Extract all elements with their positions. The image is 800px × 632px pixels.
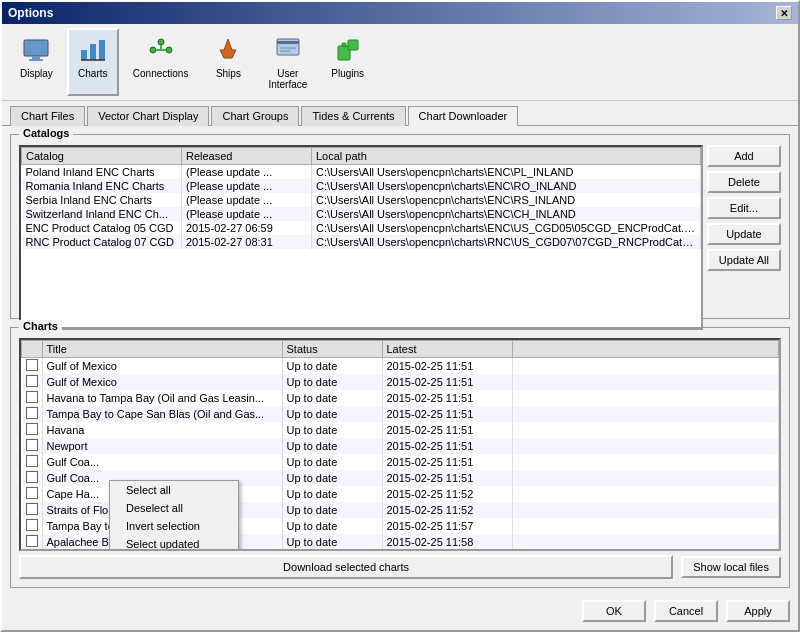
chart-status: Up to date	[282, 390, 382, 406]
charts-table-container[interactable]: Title Status Latest Gulf of Mexico Up to…	[19, 338, 781, 551]
tab-chart-groups[interactable]: Chart Groups	[211, 106, 299, 126]
display-icon	[20, 34, 52, 66]
ok-button[interactable]: OK	[582, 600, 646, 622]
tab-tides-currents[interactable]: Tides & Currents	[301, 106, 405, 126]
update-button[interactable]: Update	[707, 223, 781, 245]
svg-rect-4	[90, 44, 96, 60]
toolbar-ships[interactable]: Ships	[202, 28, 254, 96]
catalog-name: RNC Product Catalog 07 CGD	[22, 235, 182, 249]
svg-point-7	[150, 47, 156, 53]
catalog-released: (Please update ...	[182, 179, 312, 193]
chart-row[interactable]: Tampa Bay to Cape San Blas (Oil and Gas.…	[22, 406, 779, 422]
user-interface-icon	[272, 34, 304, 66]
tab-chart-files[interactable]: Chart Files	[10, 106, 85, 126]
update-all-button[interactable]: Update All	[707, 249, 781, 271]
chart-row[interactable]: Havana to Tampa Bay (Oil and Gas Leasin.…	[22, 390, 779, 406]
chart-latest: 2015-02-25 11:51	[382, 422, 512, 438]
cancel-button[interactable]: Cancel	[654, 600, 718, 622]
catalogs-group-title: Catalogs	[19, 127, 73, 139]
chart-spacer	[512, 486, 779, 502]
chart-status: Up to date	[282, 454, 382, 470]
add-button[interactable]: Add	[707, 145, 781, 167]
chart-checkbox[interactable]	[26, 519, 38, 531]
context-select-all[interactable]: Select all	[110, 481, 238, 499]
show-local-button[interactable]: Show local files	[681, 556, 781, 578]
chart-status: Up to date	[282, 374, 382, 390]
toolbar-display[interactable]: Display	[10, 28, 63, 96]
tab-chart-downloader[interactable]: Chart Downloader	[408, 106, 519, 126]
catalogs-table-container[interactable]: Catalog Released Local path Poland Inlan…	[19, 145, 703, 330]
close-button[interactable]: ✕	[776, 6, 792, 20]
charts-label: Charts	[78, 68, 107, 79]
chart-title: Tampa Bay to Cape San Blas (Oil and Gas.…	[42, 406, 282, 422]
chart-checkbox-cell	[22, 390, 43, 406]
tabs-bar: Chart Files Vector Chart Display Chart G…	[2, 101, 798, 126]
catalog-row[interactable]: Poland Inland ENC Charts (Please update …	[22, 165, 701, 180]
toolbar-user-interface[interactable]: UserInterface	[258, 28, 317, 96]
tab-vector-chart-display[interactable]: Vector Chart Display	[87, 106, 209, 126]
catalog-row[interactable]: RNC Product Catalog 07 CGD 2015-02-27 08…	[22, 235, 701, 249]
toolbar: Display Charts	[2, 24, 798, 101]
catalog-row[interactable]: ENC Product Catalog 05 CGD 2015-02-27 06…	[22, 221, 701, 235]
chart-checkbox[interactable]	[26, 423, 38, 435]
catalog-row[interactable]: Switzerland Inland ENC Ch... (Please upd…	[22, 207, 701, 221]
chart-title: Gulf of Mexico	[42, 374, 282, 390]
toolbar-connections[interactable]: Connections	[123, 28, 199, 96]
catalog-row[interactable]: Serbia Inland ENC Charts (Please update …	[22, 193, 701, 207]
edit-button[interactable]: Edit...	[707, 197, 781, 219]
toolbar-plugins[interactable]: Plugins	[321, 28, 374, 96]
catalog-path: C:\Users\All Users\opencpn\charts\ENC\RO…	[312, 179, 701, 193]
chart-checkbox[interactable]	[26, 407, 38, 419]
chart-spacer	[512, 406, 779, 422]
context-invert-selection[interactable]: Invert selection	[110, 517, 238, 535]
catalog-name: ENC Product Catalog 05 CGD	[22, 221, 182, 235]
context-select-updated[interactable]: Select updated	[110, 535, 238, 551]
chart-checkbox[interactable]	[26, 471, 38, 483]
context-deselect-all[interactable]: Deselect all	[110, 499, 238, 517]
svg-rect-0	[24, 40, 48, 56]
chart-checkbox-cell	[22, 518, 43, 534]
ships-icon	[212, 34, 244, 66]
chart-checkbox[interactable]	[26, 439, 38, 451]
catalog-row[interactable]: Romania Inland ENC Charts (Please update…	[22, 179, 701, 193]
chart-checkbox[interactable]	[26, 487, 38, 499]
chart-latest: 2015-02-25 11:51	[382, 358, 512, 375]
chart-spacer	[512, 374, 779, 390]
chart-row[interactable]: Gulf of Mexico Up to date 2015-02-25 11:…	[22, 358, 779, 375]
svg-rect-19	[342, 43, 346, 46]
chart-checkbox[interactable]	[26, 535, 38, 547]
catalog-released: 2015-02-27 06:59	[182, 221, 312, 235]
apply-button[interactable]: Apply	[726, 600, 790, 622]
download-button[interactable]: Download selected charts	[19, 555, 673, 579]
chart-latest: 2015-02-25 11:51	[382, 374, 512, 390]
chart-title: Gulf of Mexico	[42, 358, 282, 375]
chart-checkbox[interactable]	[26, 455, 38, 467]
charts-footer: Download selected charts Show local file…	[19, 551, 781, 579]
chart-checkbox[interactable]	[26, 391, 38, 403]
chart-title: Havana to Tampa Bay (Oil and Gas Leasin.…	[42, 390, 282, 406]
chart-status: Up to date	[282, 358, 382, 375]
context-menu: Select all Deselect all Invert selection…	[109, 480, 239, 551]
catalog-name: Romania Inland ENC Charts	[22, 179, 182, 193]
chart-spacer	[512, 502, 779, 518]
delete-button[interactable]: Delete	[707, 171, 781, 193]
chart-row[interactable]: Gulf Coa... Up to date 2015-02-25 11:51	[22, 454, 779, 470]
charts-group: Charts Title Status Latest Gulf o	[10, 327, 790, 588]
catalogs-buttons: Add Delete Edit... Update Update All	[707, 145, 781, 330]
chart-checkbox[interactable]	[26, 359, 38, 371]
svg-rect-2	[29, 59, 43, 61]
chart-checkbox[interactable]	[26, 503, 38, 515]
chart-checkbox[interactable]	[26, 375, 38, 387]
connections-icon	[145, 34, 177, 66]
chart-row[interactable]: Gulf of Mexico Up to date 2015-02-25 11:…	[22, 374, 779, 390]
chart-latest: 2015-02-25 11:52	[382, 486, 512, 502]
catalog-released: (Please update ...	[182, 193, 312, 207]
options-window: Options ✕ Display	[0, 0, 800, 632]
plugins-icon	[332, 34, 364, 66]
chart-checkbox-cell	[22, 406, 43, 422]
catalogs-group: Catalogs Catalog Released Local path Po	[10, 134, 790, 319]
toolbar-charts[interactable]: Charts	[67, 28, 119, 96]
chart-spacer	[512, 518, 779, 534]
chart-row[interactable]: Havana Up to date 2015-02-25 11:51	[22, 422, 779, 438]
chart-row[interactable]: Newport Up to date 2015-02-25 11:51	[22, 438, 779, 454]
